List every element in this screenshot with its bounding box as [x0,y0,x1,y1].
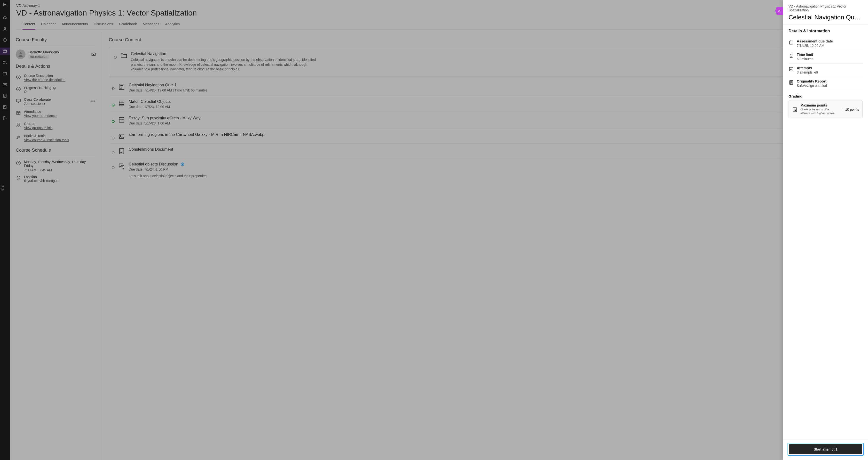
close-icon [778,9,781,12]
grade-points: 10 points [842,108,859,111]
svg-rect-29 [793,108,797,112]
grade-title: Maximum points [800,103,839,107]
due-date-label: Assessment due date [797,39,833,43]
start-attempt-button[interactable]: Start attempt 1 [789,444,862,454]
originality-icon [788,80,794,85]
due-date-value: 7/14/25, 12:00 AM [797,44,833,48]
originality-label: Originality Report [797,79,827,83]
time-limit-label: Time limit [797,53,813,57]
panel-title: Celestial Navigation Qu… [788,13,863,21]
panel-breadcrumb: VD - Astronavigation Physics 1: Vector S… [788,4,863,12]
attempts-value: 3 attempts left [797,70,818,74]
grade-box: Maximum points Grade is based on the att… [788,100,863,118]
svg-rect-27 [789,67,793,71]
time-limit-value: 60 minutes [797,57,813,61]
calendar-icon [788,40,794,45]
grade-icon [792,106,798,113]
close-panel-button[interactable] [775,7,783,15]
start-button-focus-ring: Start attempt 1 [787,443,864,456]
grading-heading: Grading [788,94,863,98]
overlay-dimmer[interactable] [0,0,868,460]
details-info-heading: Details & Information [788,29,863,33]
attempts-icon [788,66,794,72]
grade-subtitle: Grade is based on the attempt with highe… [800,108,839,115]
timer-icon [788,53,794,58]
svg-rect-26 [789,41,793,45]
quiz-details-panel: VD - Astronavigation Physics 1: Vector S… [783,0,868,460]
attempts-label: Attempts [797,66,818,70]
originality-value: SafeAssign enabled [797,84,827,88]
